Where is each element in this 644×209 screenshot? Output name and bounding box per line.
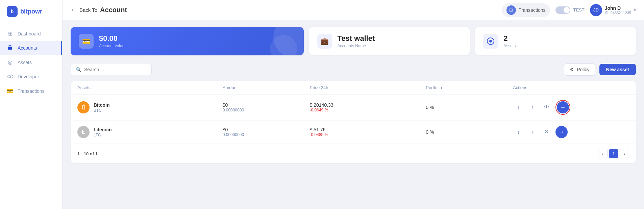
amount-main: $0 bbox=[223, 102, 310, 108]
amount-sub: 0.00000000 bbox=[223, 132, 310, 137]
search-box[interactable]: 🔍 bbox=[71, 64, 152, 75]
wallet-sub: Accounts Name bbox=[338, 44, 375, 48]
account-value-label: Account value bbox=[99, 44, 124, 48]
user-details: John D ID: 9455211235 bbox=[605, 5, 631, 15]
content-area: 💳 $0.00 Account value 💼 Test wallet Acco… bbox=[63, 20, 644, 209]
user-name: John D bbox=[605, 5, 631, 11]
user-id: ID: 9455211235 bbox=[605, 11, 631, 15]
asset-name-cell: ₿ Bitcoin BTC bbox=[77, 101, 223, 113]
sidebar-item-label: Dashboard bbox=[18, 31, 41, 36]
stats-row: 💳 $0.00 Account value 💼 Test wallet Acco… bbox=[71, 27, 636, 55]
navigate-button[interactable]: → bbox=[555, 126, 568, 138]
sidebar-item-accounts[interactable]: 🏛 Accounts bbox=[0, 41, 62, 55]
header-right: ⊟ Transactions TEST JD John D ID: 945521… bbox=[502, 3, 636, 17]
back-button[interactable]: ← Back To Account bbox=[71, 6, 127, 14]
navigate-button[interactable]: → bbox=[557, 101, 569, 113]
assets-label: Assets bbox=[503, 44, 516, 48]
assets-count-card: 2 Assets bbox=[475, 27, 636, 55]
ltc-icon: Ł bbox=[77, 126, 90, 138]
price-cell: $ 51.76 -0.0485 % bbox=[310, 127, 426, 137]
asset-ticker: LTC bbox=[94, 133, 112, 137]
sidebar-item-label: Accounts bbox=[18, 45, 37, 51]
account-title: Account bbox=[100, 6, 127, 14]
wallet-name: Test wallet bbox=[338, 34, 375, 43]
asset-name-cell: Ł Litecoin LTC bbox=[77, 126, 223, 138]
col-assets: Assets bbox=[77, 85, 223, 90]
sidebar-nav: ⊞ Dashboard 🏛 Accounts ◎ Assets </> Deve… bbox=[0, 23, 62, 209]
sidebar-item-developer[interactable]: </> Developer bbox=[0, 70, 62, 84]
portfolio-cell: 0 % bbox=[426, 129, 513, 135]
arrow-circled: → bbox=[555, 100, 570, 115]
pagination-controls: ‹ 1 › bbox=[598, 149, 629, 158]
pagination-row: 1 - 10 of 1 ‹ 1 › bbox=[71, 144, 636, 163]
download-button[interactable]: ↓ bbox=[513, 102, 524, 113]
sidebar-item-label: Developer bbox=[18, 74, 39, 79]
dashboard-icon: ⊞ bbox=[7, 30, 14, 37]
svg-point-1 bbox=[489, 40, 492, 43]
transactions-button[interactable]: ⊟ Transactions bbox=[502, 3, 550, 17]
view-button[interactable]: 👁 bbox=[541, 127, 552, 137]
asset-info: Bitcoin BTC bbox=[94, 102, 109, 113]
sidebar-item-assets[interactable]: ◎ Assets bbox=[0, 55, 62, 70]
logo[interactable]: b bitpowr bbox=[0, 0, 62, 23]
search-input[interactable] bbox=[84, 67, 147, 72]
asset-name: Bitcoin bbox=[94, 102, 109, 108]
view-button[interactable]: 👁 bbox=[541, 102, 552, 113]
amount-cell: $0 0.00000000 bbox=[223, 127, 310, 137]
sidebar-item-dashboard[interactable]: ⊞ Dashboard bbox=[0, 26, 62, 41]
account-value-info: $0.00 Account value bbox=[99, 34, 124, 48]
prev-page-button[interactable]: ‹ bbox=[598, 149, 608, 158]
policy-button[interactable]: ⚙ Policy bbox=[564, 63, 595, 76]
back-label: Back To bbox=[79, 7, 97, 13]
accounts-icon: 🏛 bbox=[7, 45, 14, 51]
price-change: -0.0485 % bbox=[310, 132, 426, 137]
portfolio-cell: 0 % bbox=[426, 105, 513, 110]
transactions-label: Transactions bbox=[519, 7, 546, 13]
test-toggle-area: TEST bbox=[555, 6, 584, 14]
price-main: $ 51.76 bbox=[310, 127, 426, 132]
developer-icon: </> bbox=[7, 74, 14, 80]
table-header: Assets Amount Price 24h Portfolio Action… bbox=[71, 81, 636, 95]
user-menu[interactable]: JD John D ID: 9455211235 ▾ bbox=[590, 4, 636, 16]
table-row: ₿ Bitcoin BTC $0 0.00000000 $ 20140.33 -… bbox=[71, 95, 636, 121]
wallet-info: Test wallet Accounts Name bbox=[338, 34, 375, 48]
logo-icon: b bbox=[7, 6, 18, 17]
wallet-icon: 💼 bbox=[317, 34, 332, 49]
btc-icon: ₿ bbox=[77, 101, 90, 113]
transactions-icon: ⊟ bbox=[506, 5, 516, 15]
pagination-info: 1 - 10 of 1 bbox=[77, 151, 98, 156]
page-1-button[interactable]: 1 bbox=[609, 149, 618, 158]
chevron-down-icon: ▾ bbox=[634, 8, 636, 12]
gear-icon: ⚙ bbox=[570, 67, 574, 72]
logo-text: bitpowr bbox=[20, 8, 42, 15]
test-toggle[interactable] bbox=[555, 6, 570, 14]
assets-table: Assets Amount Price 24h Portfolio Action… bbox=[71, 81, 636, 163]
assets-count: 2 bbox=[503, 34, 516, 43]
sidebar-item-transactions[interactable]: 💳 Transactions bbox=[0, 84, 62, 98]
col-price: Price 24h bbox=[310, 85, 426, 90]
col-amount: Amount bbox=[223, 85, 310, 90]
sidebar-item-label: Transactions bbox=[18, 88, 45, 94]
actions-cell: ↓ ↑ 👁 → bbox=[513, 100, 629, 115]
back-arrow-icon: ← bbox=[71, 6, 77, 14]
main-content: ← Back To Account ⊟ Transactions TEST JD… bbox=[63, 0, 644, 209]
assets-icon: ◎ bbox=[7, 59, 14, 66]
next-page-button[interactable]: › bbox=[620, 149, 629, 158]
actions-cell: ↓ ↑ 👁 → bbox=[513, 126, 629, 138]
avatar: JD bbox=[590, 4, 602, 16]
assets-toolbar: 🔍 ⚙ Policy New asset bbox=[71, 63, 636, 76]
upload-button[interactable]: ↑ bbox=[527, 102, 538, 113]
table-row: Ł Litecoin LTC $0 0.00000000 $ 51.76 -0.… bbox=[71, 121, 636, 144]
asset-ticker: BTC bbox=[94, 108, 109, 113]
search-icon: 🔍 bbox=[76, 67, 81, 72]
wallet-card: 💼 Test wallet Accounts Name bbox=[309, 27, 470, 55]
col-actions: Actions bbox=[513, 85, 629, 90]
amount-sub: 0.00000000 bbox=[223, 108, 310, 112]
amount-cell: $0 0.00000000 bbox=[223, 102, 310, 112]
new-asset-button[interactable]: New asset bbox=[599, 64, 636, 75]
upload-button[interactable]: ↑ bbox=[527, 127, 538, 137]
assets-count-icon bbox=[483, 34, 498, 49]
price-change: -0.0649 % bbox=[310, 108, 426, 112]
sidebar-item-label: Assets bbox=[18, 60, 32, 65]
download-button[interactable]: ↓ bbox=[513, 127, 524, 137]
